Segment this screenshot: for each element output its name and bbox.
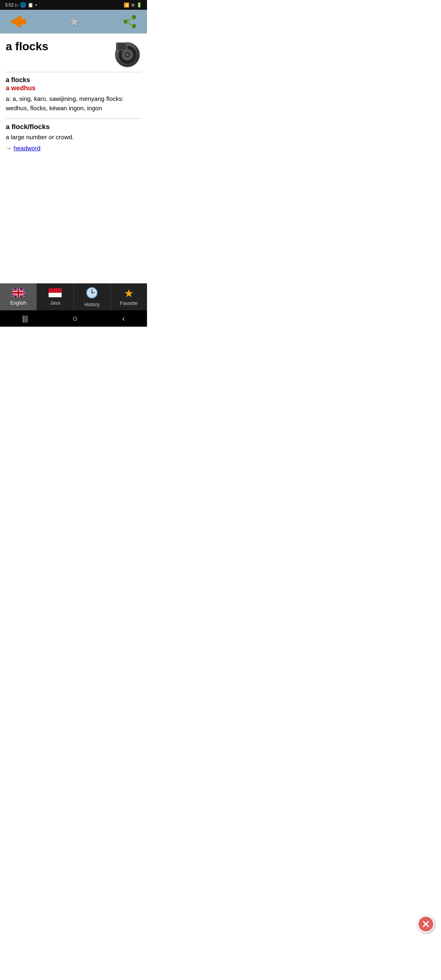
android-nav: ||| ○ ‹ (0, 310, 147, 327)
arrow-symbol: → (6, 145, 13, 151)
star-gold-icon: ★ (124, 288, 134, 299)
definition-text: a large number or crowd. (6, 133, 141, 142)
flag-id-svg (49, 288, 62, 297)
svg-point-29 (91, 292, 93, 293)
headword-link[interactable]: headword (13, 145, 40, 151)
svg-rect-22 (12, 292, 25, 294)
svg-rect-24 (49, 293, 62, 297)
clipboard-icon: 📋 (28, 2, 33, 8)
svg-point-9 (126, 53, 129, 56)
share-button[interactable] (121, 13, 139, 31)
translation-word-en: a flocks (6, 76, 141, 84)
nav-item-favorite[interactable]: ★ Favorite (111, 283, 147, 310)
status-bar: 3:52 ▷ 🌐 📋 • 📶 ⊘ 🔋 (0, 0, 147, 10)
uk-flag-icon (12, 288, 25, 299)
status-time: 3:52 (5, 2, 13, 7)
divider-2 (6, 118, 141, 119)
play-icon: ▷ (15, 2, 18, 8)
dot-icon: • (35, 2, 37, 7)
clock-icon (86, 287, 98, 301)
word-header: a flocks (6, 38, 141, 68)
svg-rect-23 (49, 288, 62, 293)
block-icon: ⊘ (131, 2, 135, 8)
flag-uk-svg (12, 288, 25, 297)
nav-item-english[interactable]: English (0, 283, 37, 310)
bookmark-button[interactable]: ★ (67, 13, 82, 30)
nav-label-favorite: Favorite (120, 301, 138, 306)
globe-icon: 🌐 (20, 2, 26, 8)
main-content: a flocks (0, 33, 147, 283)
svg-line-4 (126, 22, 134, 26)
main-word: a flocks (6, 40, 48, 53)
bottom-nav: English Java History ★ Favorite (0, 283, 147, 310)
clock-svg (86, 287, 98, 299)
speaker-button[interactable] (112, 38, 141, 68)
back-arrow-icon (10, 15, 26, 28)
status-right: 📶 ⊘ 🔋 (124, 2, 142, 8)
translation-detail-a: a: a, sing, karo, sawijining, menyang (6, 95, 105, 102)
android-home-btn[interactable]: ○ (66, 312, 84, 325)
nav-label-history: History (84, 302, 99, 307)
definition-section: a flock/flocks a large number or crowd. … (6, 123, 141, 152)
svg-line-3 (126, 17, 134, 22)
status-left: 3:52 ▷ 🌐 📋 • (5, 2, 37, 8)
nav-label-java: Java (50, 300, 60, 306)
divider-1 (6, 72, 141, 72)
toolbar: ★ (0, 10, 147, 33)
nav-item-java[interactable]: Java (37, 283, 74, 310)
translation-section: a flocks a wedhus a: a, sing, karo, sawi… (6, 76, 141, 113)
wifi-icon: 📶 (124, 2, 129, 8)
translation-word-jv: a wedhus (6, 85, 141, 92)
nav-label-english: English (10, 300, 26, 306)
nav-item-history[interactable]: History (74, 283, 111, 310)
svg-rect-11 (118, 43, 126, 50)
star-icon: ★ (69, 15, 80, 28)
share-icon (122, 14, 137, 29)
android-back-btn[interactable]: ‹ (116, 313, 131, 325)
android-recent-btn[interactable]: ||| (16, 313, 34, 325)
battery-icon: 🔋 (136, 2, 142, 8)
definition-word: a flock/flocks (6, 123, 141, 131)
speaker-icon (112, 38, 141, 68)
id-flag-icon (49, 288, 62, 299)
back-button[interactable] (8, 13, 28, 30)
